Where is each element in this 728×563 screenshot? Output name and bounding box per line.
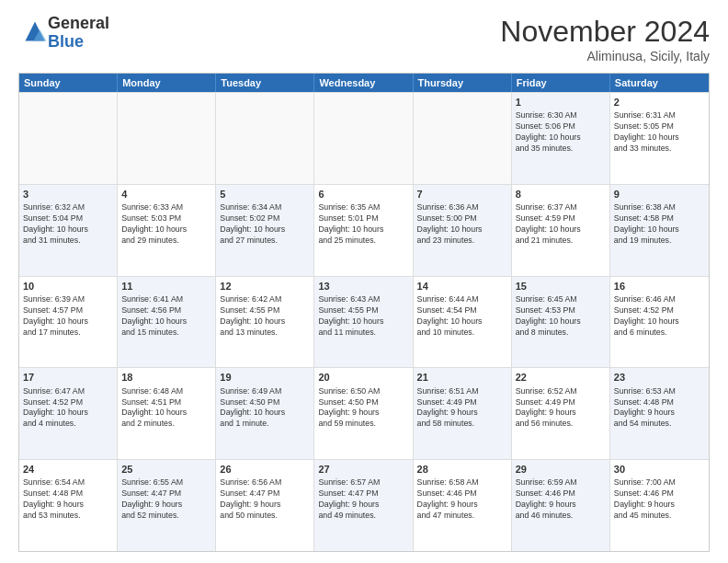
empty-cell-0-3: [314, 93, 413, 184]
empty-cell-0-4: [414, 93, 512, 184]
calendar: SundayMondayTuesdayWednesdayThursdayFrid…: [18, 73, 710, 552]
day-info: Sunrise: 6:46 AMSunset: 4:52 PMDaylight:…: [614, 294, 705, 339]
day-number: 15: [516, 280, 606, 293]
empty-cell-0-1: [118, 93, 216, 184]
day-cell-24: 24Sunrise: 6:54 AMSunset: 4:48 PMDayligh…: [19, 460, 118, 551]
calendar-row-1: 3Sunrise: 6:32 AMSunset: 5:04 PMDaylight…: [19, 184, 709, 276]
day-info: Sunrise: 6:59 AMSunset: 4:46 PMDaylight:…: [516, 477, 606, 522]
day-info: Sunrise: 6:44 AMSunset: 4:54 PMDaylight:…: [417, 294, 507, 339]
calendar-row-2: 10Sunrise: 6:39 AMSunset: 4:57 PMDayligh…: [19, 276, 709, 368]
day-cell-25: 25Sunrise: 6:55 AMSunset: 4:47 PMDayligh…: [118, 460, 216, 551]
day-header-sunday: Sunday: [19, 74, 118, 92]
day-info: Sunrise: 6:38 AMSunset: 4:58 PMDaylight:…: [614, 202, 705, 247]
day-header-tuesday: Tuesday: [216, 74, 314, 92]
month-title: November 2024: [500, 15, 710, 49]
day-number: 14: [417, 280, 507, 293]
day-cell-6: 6Sunrise: 6:35 AMSunset: 5:01 PMDaylight…: [314, 185, 413, 276]
day-info: Sunrise: 6:32 AMSunset: 5:04 PMDaylight:…: [23, 202, 113, 247]
day-info: Sunrise: 6:41 AMSunset: 4:56 PMDaylight:…: [121, 294, 211, 339]
title-area: November 2024 Aliminusa, Sicily, Italy: [500, 15, 710, 63]
calendar-body: 1Sunrise: 6:30 AMSunset: 5:06 PMDaylight…: [19, 92, 709, 551]
day-cell-3: 3Sunrise: 6:32 AMSunset: 5:04 PMDaylight…: [19, 185, 118, 276]
day-number: 9: [614, 188, 705, 201]
day-info: Sunrise: 6:56 AMSunset: 4:47 PMDaylight:…: [220, 477, 310, 522]
day-number: 25: [121, 463, 211, 476]
day-number: 28: [417, 463, 507, 476]
day-number: 11: [121, 280, 211, 293]
day-cell-18: 18Sunrise: 6:48 AMSunset: 4:51 PMDayligh…: [118, 368, 216, 459]
day-cell-10: 10Sunrise: 6:39 AMSunset: 4:57 PMDayligh…: [19, 277, 118, 368]
day-info: Sunrise: 6:53 AMSunset: 4:48 PMDaylight:…: [614, 386, 705, 431]
day-info: Sunrise: 6:57 AMSunset: 4:47 PMDaylight:…: [318, 477, 408, 522]
calendar-row-4: 24Sunrise: 6:54 AMSunset: 4:48 PMDayligh…: [19, 459, 709, 551]
day-header-wednesday: Wednesday: [314, 74, 413, 92]
day-cell-4: 4Sunrise: 6:33 AMSunset: 5:03 PMDaylight…: [118, 185, 216, 276]
day-number: 13: [318, 280, 408, 293]
day-number: 16: [614, 280, 705, 293]
location: Aliminusa, Sicily, Italy: [500, 49, 710, 63]
day-cell-16: 16Sunrise: 6:46 AMSunset: 4:52 PMDayligh…: [610, 277, 709, 368]
day-cell-17: 17Sunrise: 6:47 AMSunset: 4:52 PMDayligh…: [19, 368, 118, 459]
day-cell-20: 20Sunrise: 6:50 AMSunset: 4:50 PMDayligh…: [314, 368, 413, 459]
day-info: Sunrise: 6:58 AMSunset: 4:46 PMDaylight:…: [417, 477, 507, 522]
header: General Blue November 2024 Aliminusa, Si…: [18, 15, 710, 63]
day-info: Sunrise: 6:35 AMSunset: 5:01 PMDaylight:…: [318, 202, 408, 247]
day-info: Sunrise: 6:39 AMSunset: 4:57 PMDaylight:…: [23, 294, 113, 339]
day-cell-8: 8Sunrise: 6:37 AMSunset: 4:59 PMDaylight…: [512, 185, 610, 276]
day-cell-21: 21Sunrise: 6:51 AMSunset: 4:49 PMDayligh…: [414, 368, 512, 459]
day-info: Sunrise: 7:00 AMSunset: 4:46 PMDaylight:…: [614, 477, 705, 522]
day-cell-9: 9Sunrise: 6:38 AMSunset: 4:58 PMDaylight…: [610, 185, 709, 276]
day-cell-23: 23Sunrise: 6:53 AMSunset: 4:48 PMDayligh…: [610, 368, 709, 459]
day-info: Sunrise: 6:30 AMSunset: 5:06 PMDaylight:…: [516, 110, 606, 155]
logo-icon: [22, 18, 48, 44]
empty-cell-0-0: [19, 93, 118, 184]
day-number: 1: [516, 96, 606, 109]
day-info: Sunrise: 6:36 AMSunset: 5:00 PMDaylight:…: [417, 202, 507, 247]
day-number: 8: [516, 188, 606, 201]
day-number: 10: [23, 280, 113, 293]
day-cell-14: 14Sunrise: 6:44 AMSunset: 4:54 PMDayligh…: [414, 277, 512, 368]
day-number: 24: [23, 463, 113, 476]
page: General Blue November 2024 Aliminusa, Si…: [0, 0, 728, 563]
day-header-thursday: Thursday: [414, 74, 512, 92]
day-cell-7: 7Sunrise: 6:36 AMSunset: 5:00 PMDaylight…: [414, 185, 512, 276]
day-info: Sunrise: 6:37 AMSunset: 4:59 PMDaylight:…: [516, 202, 606, 247]
day-info: Sunrise: 6:34 AMSunset: 5:02 PMDaylight:…: [220, 202, 310, 247]
day-number: 30: [614, 463, 705, 476]
day-number: 29: [516, 463, 606, 476]
logo-general: General: [48, 14, 109, 32]
day-cell-26: 26Sunrise: 6:56 AMSunset: 4:47 PMDayligh…: [216, 460, 314, 551]
day-info: Sunrise: 6:51 AMSunset: 4:49 PMDaylight:…: [417, 386, 507, 431]
calendar-header: SundayMondayTuesdayWednesdayThursdayFrid…: [19, 74, 709, 92]
day-number: 26: [220, 463, 310, 476]
day-info: Sunrise: 6:45 AMSunset: 4:53 PMDaylight:…: [516, 294, 606, 339]
day-cell-5: 5Sunrise: 6:34 AMSunset: 5:02 PMDaylight…: [216, 185, 314, 276]
logo-blue: Blue: [48, 32, 84, 51]
day-cell-30: 30Sunrise: 7:00 AMSunset: 4:46 PMDayligh…: [610, 460, 709, 551]
calendar-row-0: 1Sunrise: 6:30 AMSunset: 5:06 PMDaylight…: [19, 92, 709, 184]
day-number: 5: [220, 188, 310, 201]
day-cell-19: 19Sunrise: 6:49 AMSunset: 4:50 PMDayligh…: [216, 368, 314, 459]
day-cell-22: 22Sunrise: 6:52 AMSunset: 4:49 PMDayligh…: [512, 368, 610, 459]
day-number: 18: [121, 371, 211, 384]
empty-cell-0-2: [216, 93, 314, 184]
day-info: Sunrise: 6:47 AMSunset: 4:52 PMDaylight:…: [23, 386, 113, 431]
day-number: 6: [318, 188, 408, 201]
day-info: Sunrise: 6:31 AMSunset: 5:05 PMDaylight:…: [614, 110, 705, 155]
day-info: Sunrise: 6:52 AMSunset: 4:49 PMDaylight:…: [516, 386, 606, 431]
day-info: Sunrise: 6:48 AMSunset: 4:51 PMDaylight:…: [121, 386, 211, 431]
day-number: 17: [23, 371, 113, 384]
day-cell-29: 29Sunrise: 6:59 AMSunset: 4:46 PMDayligh…: [512, 460, 610, 551]
day-cell-15: 15Sunrise: 6:45 AMSunset: 4:53 PMDayligh…: [512, 277, 610, 368]
day-info: Sunrise: 6:54 AMSunset: 4:48 PMDaylight:…: [23, 477, 113, 522]
day-number: 4: [121, 188, 211, 201]
day-header-saturday: Saturday: [610, 74, 709, 92]
day-cell-11: 11Sunrise: 6:41 AMSunset: 4:56 PMDayligh…: [118, 277, 216, 368]
day-number: 23: [614, 371, 705, 384]
day-info: Sunrise: 6:55 AMSunset: 4:47 PMDaylight:…: [121, 477, 211, 522]
day-number: 20: [318, 371, 408, 384]
day-cell-1: 1Sunrise: 6:30 AMSunset: 5:06 PMDaylight…: [512, 93, 610, 184]
day-number: 7: [417, 188, 507, 201]
day-number: 22: [516, 371, 606, 384]
logo-text: General Blue: [48, 15, 109, 52]
